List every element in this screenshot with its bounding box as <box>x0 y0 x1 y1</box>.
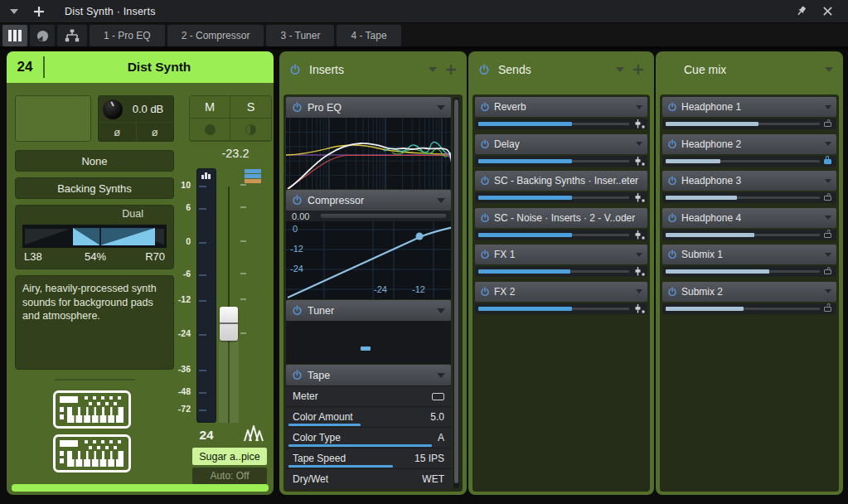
lock-icon[interactable] <box>824 122 831 127</box>
send-item-fx2[interactable]: FX 2 <box>475 282 647 302</box>
send-level-sidechain-1[interactable] <box>475 192 647 203</box>
cue-menu-chevron-icon[interactable] <box>825 67 833 72</box>
power-icon[interactable] <box>480 139 490 149</box>
power-icon[interactable] <box>480 213 490 223</box>
power-icon[interactable] <box>292 102 303 113</box>
pan-mode-select[interactable]: Dual <box>122 208 155 220</box>
notes-box[interactable]: Airy, heavily-processed synth sounds for… <box>15 275 174 370</box>
cue-level-headphone-2[interactable] <box>662 156 836 167</box>
lock-icon[interactable] <box>824 307 831 312</box>
mute-button[interactable]: M <box>190 96 230 119</box>
pro-eq-thumbnail[interactable] <box>286 118 451 189</box>
layers-icon[interactable] <box>245 169 261 183</box>
compressor-thumbnail[interactable]: 0 -12 -24 -24 -12 <box>286 221 451 299</box>
send-fader-icon[interactable] <box>634 303 645 314</box>
mixer-view-button[interactable] <box>2 25 27 46</box>
tab-compressor[interactable]: 2 - Compressor <box>167 25 264 46</box>
device-header-tuner[interactable]: Tuner <box>286 300 451 321</box>
power-icon[interactable] <box>667 213 677 223</box>
cue-item-headphone-3[interactable]: Headphone 3 <box>662 171 836 191</box>
power-icon[interactable] <box>667 102 677 112</box>
cue-item-submix-1[interactable]: Submix 1 <box>662 245 836 264</box>
cue-level-submix-2[interactable] <box>662 303 836 314</box>
send-level-reverb[interactable] <box>475 119 647 129</box>
power-icon[interactable] <box>480 287 490 297</box>
window-menu-chevron-icon[interactable] <box>10 9 18 14</box>
knob-view-button[interactable] <box>30 25 55 46</box>
fader-handle[interactable] <box>220 307 238 341</box>
power-icon[interactable] <box>667 139 677 149</box>
cue-item-submix-2[interactable]: Submix 2 <box>662 282 836 302</box>
tuner-thumbnail[interactable] <box>286 321 451 364</box>
device-header-pro-eq[interactable]: Pro EQ <box>286 97 451 118</box>
cue-item-headphone-2[interactable]: Headphone 2 <box>662 134 836 154</box>
send-level-delay[interactable] <box>475 156 647 167</box>
phase-right-button[interactable]: ø <box>137 123 174 142</box>
pin-icon[interactable] <box>795 5 807 17</box>
send-item-fx1[interactable]: FX 1 <box>475 245 647 264</box>
instrument-chip[interactable]: Sugar a..pice <box>192 448 267 465</box>
output-bus-button[interactable]: Backing Synths <box>15 177 174 199</box>
pan-display[interactable] <box>22 225 167 248</box>
lock-icon[interactable] <box>824 233 831 238</box>
cue-level-headphone-3[interactable] <box>662 192 836 203</box>
power-icon[interactable] <box>480 102 490 112</box>
send-item-delay[interactable]: Delay <box>475 134 647 154</box>
gain-knob[interactable] <box>103 99 123 119</box>
channel-name[interactable]: Dist Synth <box>45 60 274 75</box>
tab-tape[interactable]: 4 - Tape <box>337 25 400 46</box>
cue-level-headphone-4[interactable] <box>662 230 836 240</box>
tape-param-meter[interactable]: Meter <box>286 385 451 406</box>
input-slot-box[interactable] <box>15 95 91 142</box>
solo-button[interactable]: S <box>230 96 271 119</box>
send-item-reverb[interactable]: Reverb <box>475 97 647 117</box>
send-fader-icon[interactable] <box>634 156 645 167</box>
send-fader-icon[interactable] <box>634 266 645 277</box>
power-icon[interactable] <box>292 370 303 380</box>
input-select-button[interactable]: None <box>15 150 174 172</box>
scrollbar-thumb[interactable] <box>454 99 458 483</box>
send-fader-icon[interactable] <box>634 230 645 240</box>
power-icon[interactable] <box>667 250 677 259</box>
sends-menu-chevron-icon[interactable] <box>616 67 624 72</box>
power-icon[interactable] <box>289 64 301 75</box>
send-level-fx1[interactable] <box>475 266 647 277</box>
send-fader-icon[interactable] <box>634 192 645 203</box>
tab-pro-eq[interactable]: 1 - Pro EQ <box>90 25 165 46</box>
send-level-fx2[interactable] <box>475 303 647 314</box>
device-header-compressor[interactable]: Compressor <box>286 190 451 211</box>
cue-item-headphone-4[interactable]: Headphone 4 <box>662 208 836 228</box>
routing-view-button[interactable] <box>57 25 87 46</box>
tape-param-tape-speed[interactable]: Tape Speed 15 IPS <box>286 448 451 468</box>
pan-right-value[interactable]: R70 <box>145 250 165 263</box>
meter-mode-icon[interactable] <box>201 172 211 179</box>
cue-level-submix-1[interactable] <box>662 266 836 277</box>
tape-param-dry-wet[interactable]: Dry/Wet WET <box>286 468 451 489</box>
power-icon[interactable] <box>667 287 677 297</box>
peak-readout[interactable]: -23.2 <box>202 147 269 160</box>
add-tab-icon[interactable] <box>33 6 45 17</box>
power-icon[interactable] <box>292 305 303 316</box>
send-level-sidechain-2[interactable] <box>475 230 647 240</box>
record-arm-button[interactable] <box>190 119 230 141</box>
lock-icon[interactable] <box>824 159 831 164</box>
tab-tuner[interactable]: 3 - Tuner <box>266 25 334 46</box>
power-icon[interactable] <box>480 176 490 186</box>
cue-item-headphone-1[interactable]: Headphone 1 <box>662 97 836 117</box>
power-icon[interactable] <box>667 176 677 186</box>
inserts-menu-chevron-icon[interactable] <box>429 67 437 72</box>
power-icon[interactable] <box>480 250 490 259</box>
send-item-sidechain-1[interactable]: SC - Backing Synths · Inser..eter <box>475 171 647 191</box>
add-insert-icon[interactable] <box>445 64 457 75</box>
close-icon[interactable] <box>822 6 833 17</box>
power-icon[interactable] <box>478 64 490 75</box>
automation-button[interactable]: Auto: Off <box>192 468 267 484</box>
lock-icon[interactable] <box>824 269 831 274</box>
gain-value[interactable]: 0.0 dB <box>123 103 173 115</box>
add-send-icon[interactable] <box>632 64 644 75</box>
send-item-sidechain-2[interactable]: SC - Noise · Inserts · 2 - V..oder <box>475 208 647 228</box>
phase-left-button[interactable]: ø <box>99 123 137 142</box>
power-icon[interactable] <box>292 195 303 206</box>
send-fader-icon[interactable] <box>634 119 645 129</box>
device-header-tape[interactable]: Tape <box>286 365 451 385</box>
